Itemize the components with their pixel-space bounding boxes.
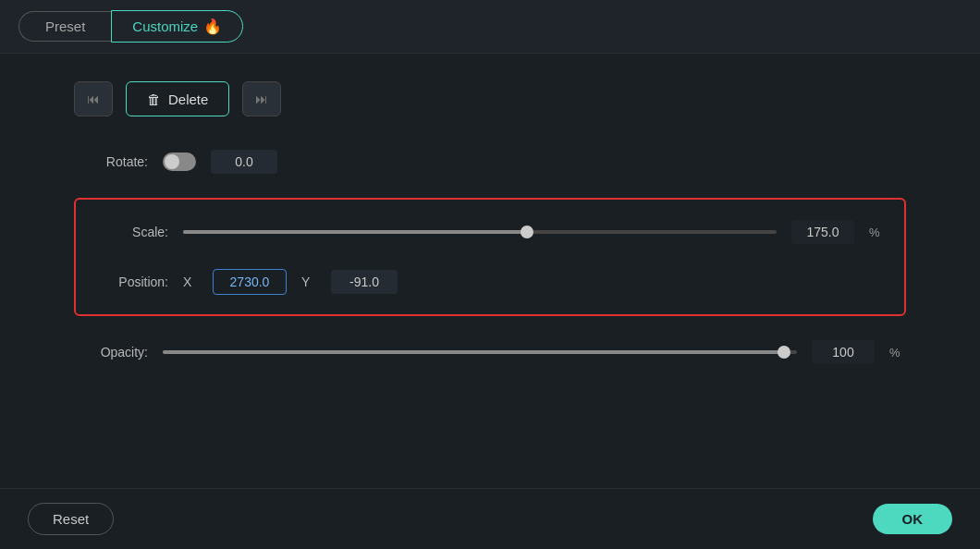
opacity-value-input[interactable] [812, 340, 875, 364]
customize-label: Customize [132, 18, 198, 34]
rotate-row: Rotate: [74, 144, 906, 179]
main-content: ⏮ 🗑 Delete ⏭ Rotate: Scale: % [0, 54, 980, 397]
delete-label: Delete [168, 92, 208, 107]
scale-value-input[interactable] [791, 220, 854, 244]
y-label: Y [301, 274, 316, 289]
opacity-percent-label: % [889, 346, 906, 360]
scale-slider-container [183, 230, 777, 234]
opacity-slider-track[interactable] [163, 350, 797, 354]
opacity-label: Opacity: [74, 345, 148, 360]
x-label: X [183, 274, 198, 289]
opacity-slider-container [163, 350, 797, 354]
crown-icon: 🔥 [203, 18, 222, 35]
scale-slider-thumb[interactable] [521, 226, 533, 238]
scale-label: Scale: [94, 225, 168, 239]
position-y-input[interactable] [331, 270, 398, 294]
playback-row: ⏮ 🗑 Delete ⏭ [74, 81, 906, 116]
reset-button[interactable]: Reset [28, 503, 114, 535]
prev-button[interactable]: ⏮ [74, 81, 113, 116]
top-bar: Preset Customize 🔥 [0, 0, 980, 54]
opacity-slider-thumb[interactable] [778, 346, 790, 359]
opacity-row: Opacity: % [74, 335, 906, 370]
prev-icon: ⏮ [87, 92, 100, 106]
rotate-toggle[interactable] [163, 152, 196, 171]
scale-row: Scale: % [94, 214, 886, 250]
bottom-bar: Reset OK [0, 488, 980, 549]
position-label: Position: [94, 274, 168, 289]
rotate-label: Rotate: [74, 154, 148, 169]
ok-button[interactable]: OK [873, 504, 953, 534]
position-x-input[interactable] [213, 269, 287, 295]
scale-percent-label: % [869, 226, 886, 239]
red-section: Scale: % Position: X Y [74, 198, 906, 316]
tab-preset[interactable]: Preset [18, 11, 111, 42]
trash-icon: 🗑 [147, 92, 161, 107]
opacity-slider-fill [163, 350, 784, 354]
delete-button[interactable]: 🗑 Delete [126, 81, 229, 116]
next-button[interactable]: ⏭ [242, 81, 281, 116]
tab-customize[interactable]: Customize 🔥 [111, 10, 243, 43]
next-icon: ⏭ [255, 92, 268, 106]
scale-slider-track[interactable] [183, 230, 777, 234]
scale-slider-fill [183, 230, 527, 234]
position-row: Position: X Y [94, 264, 886, 299]
rotate-value-input[interactable] [211, 150, 277, 174]
